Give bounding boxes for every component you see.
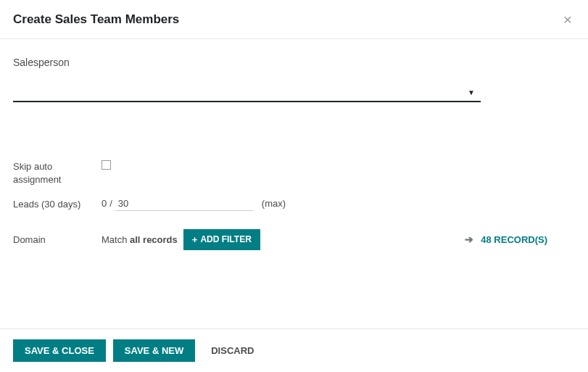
caret-down-icon: ▼ <box>468 88 475 96</box>
match-all: all records <box>130 234 178 245</box>
leads-max-input[interactable] <box>115 197 253 211</box>
salesperson-dropdown[interactable]: ▼ <box>13 86 481 102</box>
discard-button[interactable]: DISCARD <box>202 339 262 362</box>
match-prefix: Match <box>102 234 130 245</box>
arrow-right-icon: ➔ <box>465 233 473 245</box>
skip-auto-label: Skip auto assignment <box>13 159 102 186</box>
domain-left: Match all records + ADD FILTER <box>102 229 260 250</box>
leads-divider: / <box>109 198 112 209</box>
skip-auto-checkbox[interactable] <box>102 160 111 170</box>
leads-label: Leads (30 days) <box>13 197 102 211</box>
close-button[interactable]: × <box>560 12 575 27</box>
save-close-button[interactable]: SAVE & CLOSE <box>13 339 106 362</box>
modal-footer: SAVE & CLOSE SAVE & NEW DISCARD <box>0 328 588 372</box>
salesperson-section: Salesperson ▼ <box>13 57 575 102</box>
modal-title: Create Sales Team Members <box>13 12 179 27</box>
salesperson-label: Salesperson <box>13 57 575 68</box>
records-link[interactable]: ➔ 48 RECORD(S) <box>465 233 547 245</box>
modal-body: Salesperson ▼ Skip auto assignment Leads… <box>0 39 588 273</box>
add-filter-label: ADD FILTER <box>200 234 251 244</box>
close-icon: × <box>563 11 572 28</box>
leads-current: 0 <box>102 198 107 209</box>
save-new-button[interactable]: SAVE & NEW <box>113 339 195 362</box>
domain-row: Domain Match all records + ADD FILTER ➔ … <box>13 229 575 250</box>
skip-auto-value <box>102 159 575 170</box>
match-text: Match all records <box>102 234 178 245</box>
modal-header: Create Sales Team Members × <box>0 0 588 39</box>
leads-max-label: (max) <box>262 198 286 209</box>
domain-label: Domain <box>13 232 102 247</box>
add-filter-button[interactable]: + ADD FILTER <box>183 229 260 250</box>
domain-value: Match all records + ADD FILTER ➔ 48 RECO… <box>102 229 575 250</box>
leads-value: 0 / (max) <box>102 197 575 211</box>
records-count: 48 RECORD(S) <box>481 234 547 245</box>
skip-auto-row: Skip auto assignment <box>13 159 575 186</box>
plus-icon: + <box>192 234 198 245</box>
leads-row: Leads (30 days) 0 / (max) <box>13 197 575 211</box>
